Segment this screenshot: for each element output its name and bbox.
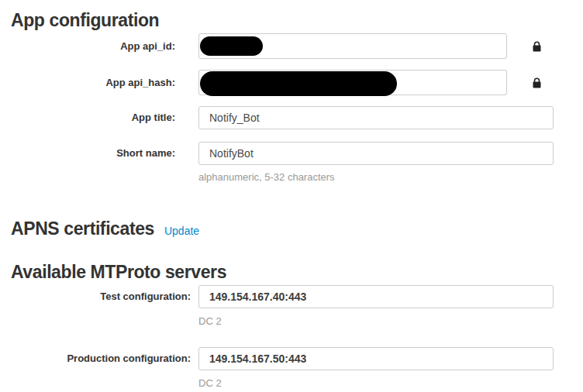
lock-icon [532,77,542,88]
app-title-label: App title: [11,112,198,124]
section-heading-mtproto-servers: Available MTProto servers [11,262,583,282]
app-configuration-page: App configuration App api_id: App api_ha… [0,10,583,389]
api-id-input[interactable] [198,33,507,59]
app-title-input[interactable] [198,106,554,129]
field-row-app-title: App title: [11,106,583,129]
section-heading-app-configuration: App configuration [11,10,583,30]
production-configuration-dc-hint: DC 2 [198,377,583,389]
field-row-short-name: Short name: [11,142,583,165]
apns-heading-text: APNS certificates [11,218,154,239]
api-hash-input[interactable] [198,70,507,95]
apns-update-link[interactable]: Update [164,221,199,241]
section-heading-apns: APNS certificates Update [11,218,583,241]
lock-icon [532,41,542,52]
api-hash-label: App api_hash: [11,77,198,89]
field-row-api-id: App api_id: [11,33,583,59]
field-row-production-configuration: Production configuration: [11,347,583,370]
field-row-test-configuration: Test configuration: [11,285,583,308]
test-configuration-label: Test configuration: [11,291,198,303]
field-row-api-hash: App api_hash: [11,70,583,95]
short-name-hint: alphanumeric, 5-32 characters [198,171,583,183]
production-configuration-label: Production configuration: [11,352,198,365]
api-id-input-wrap [198,33,507,59]
short-name-label: Short name: [11,147,198,160]
short-name-input[interactable] [198,142,554,165]
api-id-label: App api_id: [11,40,198,53]
test-configuration-dc-hint: DC 2 [198,315,583,327]
test-configuration-input[interactable] [198,285,554,308]
production-configuration-input[interactable] [198,347,554,370]
api-hash-input-wrap [198,70,507,95]
